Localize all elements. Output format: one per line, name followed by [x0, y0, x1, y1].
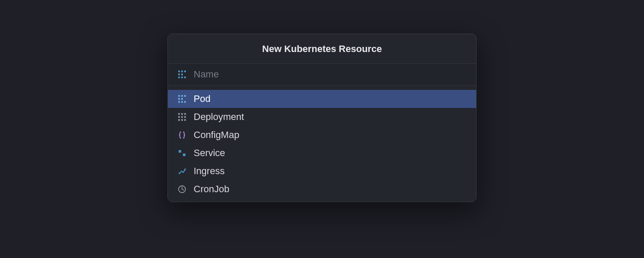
resource-item-cronjob[interactable]: CronJob — [168, 180, 476, 198]
svg-rect-0 — [178, 71, 180, 72]
svg-rect-17 — [181, 113, 183, 115]
svg-rect-26 — [183, 154, 185, 156]
resource-item-service[interactable]: Service — [168, 144, 476, 162]
list-item-label: Ingress — [194, 166, 225, 177]
list-item-label: Deployment — [194, 111, 244, 123]
svg-rect-14 — [181, 101, 183, 103]
svg-rect-25 — [179, 150, 181, 153]
svg-rect-4 — [181, 74, 183, 75]
resource-item-configmap[interactable]: ConfigMap — [168, 126, 476, 144]
svg-point-28 — [184, 169, 186, 170]
svg-rect-18 — [184, 113, 186, 115]
svg-rect-20 — [181, 116, 183, 118]
svg-rect-2 — [184, 71, 186, 72]
svg-rect-19 — [178, 116, 180, 118]
svg-rect-7 — [184, 77, 186, 78]
list-item-label: CronJob — [194, 184, 229, 195]
svg-rect-3 — [178, 74, 180, 75]
svg-rect-10 — [184, 95, 186, 97]
svg-rect-15 — [184, 101, 186, 103]
svg-rect-6 — [181, 77, 183, 78]
list-item-label: Service — [194, 147, 225, 159]
resource-type-list: Pod Deployment Conf — [168, 86, 476, 202]
name-input[interactable] — [194, 69, 467, 80]
ingress-icon — [177, 166, 187, 176]
list-item-label: Pod — [194, 93, 210, 104]
grid-icon — [177, 70, 187, 79]
svg-rect-11 — [178, 98, 180, 100]
svg-rect-1 — [181, 71, 183, 72]
grid-icon — [177, 112, 187, 122]
svg-rect-23 — [181, 119, 183, 121]
resource-item-deployment[interactable]: Deployment — [168, 108, 476, 126]
new-resource-dialog: New Kubernetes Resource — [167, 34, 477, 202]
braces-icon — [177, 130, 187, 140]
svg-rect-8 — [178, 95, 180, 97]
svg-rect-22 — [178, 119, 180, 121]
clock-icon — [177, 184, 187, 194]
name-input-row — [168, 64, 476, 86]
dialog-title: New Kubernetes Resource — [168, 34, 476, 64]
svg-rect-24 — [184, 119, 186, 121]
service-icon — [177, 148, 187, 158]
svg-rect-9 — [181, 95, 183, 97]
svg-rect-12 — [181, 98, 183, 100]
resource-item-ingress[interactable]: Ingress — [168, 162, 476, 180]
grid-icon — [177, 94, 187, 104]
svg-rect-5 — [178, 77, 180, 78]
resource-item-pod[interactable]: Pod — [168, 90, 476, 108]
svg-point-27 — [179, 172, 180, 174]
list-item-label: ConfigMap — [194, 129, 239, 141]
svg-rect-13 — [178, 101, 180, 103]
svg-rect-21 — [184, 116, 186, 118]
svg-rect-16 — [178, 113, 180, 115]
